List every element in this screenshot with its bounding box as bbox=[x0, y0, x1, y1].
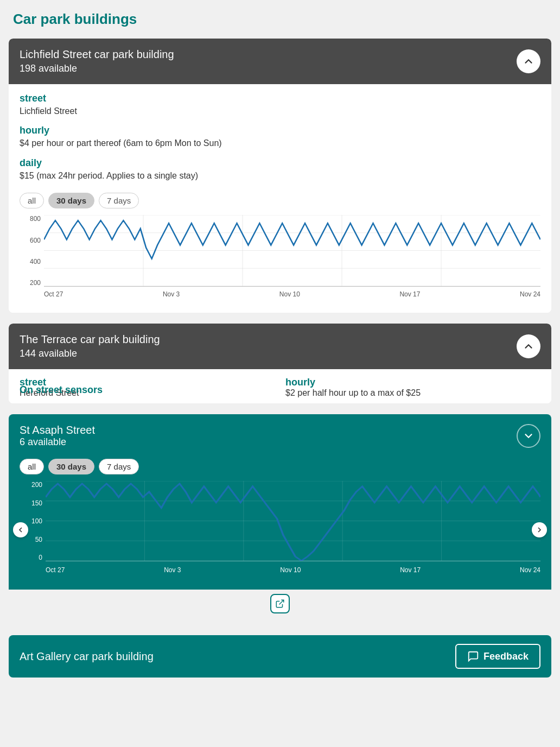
on-street-sensors-label: On street sensors bbox=[20, 384, 103, 396]
st-asaph-y-axis: 200 150 100 50 0 bbox=[20, 481, 46, 561]
external-link-button[interactable] bbox=[270, 594, 290, 613]
art-gallery-carpark-name: Art Gallery car park building bbox=[20, 650, 154, 663]
st-asaph-chart: 200 150 100 50 0 bbox=[20, 481, 540, 579]
page-title: Car park buildings bbox=[9, 11, 551, 28]
st-asaph-chart-tabs: all 30 days 7 days bbox=[20, 459, 540, 474]
lichfield-tab-all[interactable]: all bbox=[20, 193, 44, 208]
lichfield-carpark-name: Lichfield Street car park building bbox=[20, 48, 174, 61]
lichfield-street-label: street bbox=[20, 93, 540, 104]
st-asaph-tab-30[interactable]: 30 days bbox=[48, 459, 94, 474]
terrace-carpark-name: The Terrace car park building bbox=[20, 333, 160, 346]
st-asaph-chart-area bbox=[46, 481, 540, 561]
lichfield-tab-30[interactable]: 30 days bbox=[48, 193, 94, 208]
lichfield-collapse-button[interactable] bbox=[517, 49, 540, 73]
terrace-hourly-value: $2 per half hour up to a max of $25 bbox=[285, 388, 540, 398]
terrace-details-on-street: street Hereford Street hourly $2 per hal… bbox=[9, 369, 551, 403]
lichfield-chart: 800 600 400 200 bbox=[20, 215, 540, 302]
st-asaph-available: 6 available bbox=[20, 436, 95, 448]
lichfield-daily-label: daily bbox=[20, 157, 540, 169]
chart-prev-arrow[interactable] bbox=[13, 522, 28, 537]
lichfield-chart-area bbox=[44, 215, 540, 287]
lichfield-hourly-label: hourly bbox=[20, 125, 540, 136]
lichfield-carpark-header[interactable]: Lichfield Street car park building 198 a… bbox=[9, 39, 551, 84]
lichfield-x-axis: Oct 27 Nov 3 Nov 10 Nov 17 Nov 24 bbox=[44, 287, 540, 302]
st-asaph-card: St Asaph Street 6 available all 30 days … bbox=[9, 414, 551, 613]
st-asaph-tab-7[interactable]: 7 days bbox=[99, 459, 139, 474]
st-asaph-header[interactable]: St Asaph Street 6 available bbox=[20, 414, 540, 454]
lichfield-daily-value: $15 (max 24hr period. Applies to a singl… bbox=[20, 170, 540, 182]
lichfield-chart-tabs: all 30 days 7 days bbox=[20, 193, 540, 208]
lichfield-hourly-value: $4 per hour or part thereof (6am to 6pm … bbox=[20, 137, 540, 149]
lichfield-carpark-card: Lichfield Street car park building 198 a… bbox=[9, 39, 551, 313]
terrace-carpark-available: 144 available bbox=[20, 348, 160, 359]
lichfield-y-axis: 800 600 400 200 bbox=[20, 215, 44, 287]
terrace-carpark-card: The Terrace car park building 144 availa… bbox=[9, 324, 551, 403]
chart-next-arrow[interactable] bbox=[532, 522, 547, 537]
lichfield-carpark-available: 198 available bbox=[20, 63, 174, 74]
st-asaph-tab-all[interactable]: all bbox=[20, 459, 44, 474]
lichfield-tab-7[interactable]: 7 days bbox=[99, 193, 139, 208]
lichfield-chart-section: all 30 days 7 days 800 600 400 200 bbox=[9, 187, 551, 313]
st-asaph-expand-button[interactable] bbox=[517, 424, 540, 448]
svg-line-18 bbox=[279, 600, 284, 604]
lichfield-street-value: Lichfield Street bbox=[20, 105, 540, 117]
lichfield-details: street Lichfield Street hourly $4 per ho… bbox=[9, 84, 551, 187]
terrace-hourly-label: hourly bbox=[285, 377, 540, 388]
st-asaph-x-axis: Oct 27 Nov 3 Nov 10 Nov 17 Nov 24 bbox=[46, 561, 540, 579]
terrace-collapse-button[interactable] bbox=[517, 334, 540, 358]
terrace-carpark-header[interactable]: The Terrace car park building 144 availa… bbox=[9, 324, 551, 369]
st-asaph-name: St Asaph Street bbox=[20, 424, 95, 436]
feedback-button[interactable]: Feedback bbox=[455, 644, 540, 669]
bottom-bar: Art Gallery car park building Feedback bbox=[9, 635, 551, 678]
feedback-label: Feedback bbox=[483, 651, 529, 662]
